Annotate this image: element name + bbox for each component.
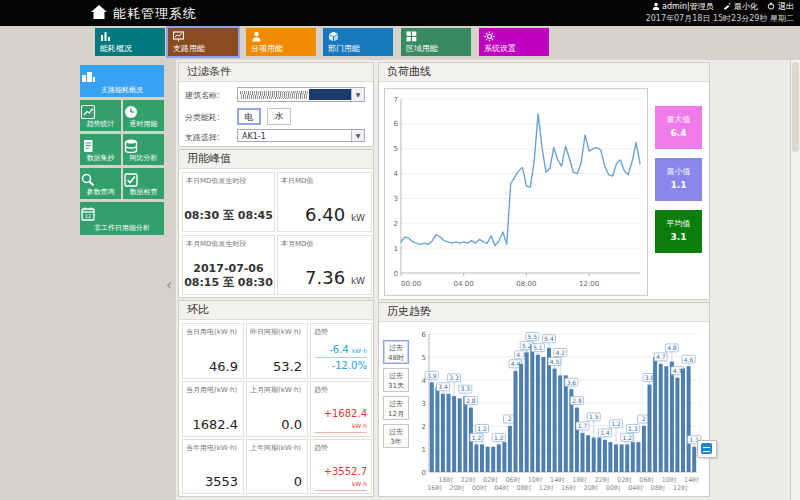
svg-text:3: 3 bbox=[422, 400, 426, 408]
checkbox-icon bbox=[123, 172, 139, 188]
svg-text:3.9: 3.9 bbox=[427, 372, 437, 379]
day-trend-cell: 趋势 -6.4 kW·h -12.0% bbox=[310, 323, 372, 379]
year-trend-cell: 趋势 +3552.7 kW·h bbox=[310, 439, 372, 494]
svg-text:00时: 00时 bbox=[606, 484, 621, 492]
year-trend-delta: +3552.7 kW·h bbox=[315, 466, 367, 491]
nav-tab-energy-overview[interactable]: 能耗概况 bbox=[95, 28, 165, 56]
building-name-select[interactable]: ▼ bbox=[237, 87, 365, 102]
svg-text:3.8: 3.8 bbox=[645, 374, 655, 381]
svg-text:00:00: 00:00 bbox=[401, 280, 421, 288]
presentation-chart-icon bbox=[173, 31, 184, 42]
scrollbar-thumb[interactable] bbox=[792, 62, 799, 152]
chevron-down-icon[interactable]: ▼ bbox=[351, 88, 364, 101]
svg-text:1.2: 1.2 bbox=[622, 434, 632, 441]
datetime-display: 2017年07月18日 15时23分29秒 星期二 bbox=[645, 13, 795, 24]
period-48h-button[interactable]: 过去48时 bbox=[383, 340, 409, 364]
svg-text:1.3: 1.3 bbox=[628, 425, 638, 432]
filter-panel: 过滤条件 建筑名称: ▼ 分类能耗: 电 水 支路选择: AK1-1 ▼ bbox=[178, 62, 374, 147]
today-md-period-cell: 本日MD值发生时段 08:30 至 08:45 bbox=[182, 172, 275, 232]
svg-text:5.1: 5.1 bbox=[533, 344, 543, 351]
svg-text:0: 0 bbox=[394, 270, 398, 278]
clock-icon bbox=[123, 104, 139, 120]
nav-tab-branch-energy[interactable]: 支路用能 bbox=[168, 28, 238, 56]
person-icon bbox=[251, 31, 262, 42]
svg-text:4: 4 bbox=[394, 170, 399, 178]
svg-text:2: 2 bbox=[642, 415, 646, 422]
trend-chart-icon bbox=[80, 104, 96, 120]
energy-management-screen: 能耗管理系统 admin|管理员 最小化 退出 2017年07月18日 15时2… bbox=[0, 0, 800, 500]
svg-text:1.2: 1.2 bbox=[472, 434, 482, 441]
nav-tab-system-settings[interactable]: 系统设置 bbox=[479, 28, 549, 56]
chart-tool-bubble[interactable] bbox=[697, 440, 717, 458]
sidebar-item-parameter-query[interactable]: 参数查询 bbox=[80, 168, 121, 199]
svg-text:0: 0 bbox=[422, 469, 426, 477]
load-curve-title: 负荷曲线 bbox=[379, 63, 709, 82]
svg-text:2: 2 bbox=[422, 423, 426, 431]
svg-text:3.6: 3.6 bbox=[567, 379, 577, 386]
day-trend-percent: -12.0% bbox=[315, 360, 367, 371]
box-icon bbox=[328, 31, 339, 42]
load-curve-svg: 0123456700:0004:0008:0012:00 bbox=[385, 89, 645, 293]
month-md-period: 2017-07-0608:15 至 08:30 bbox=[183, 262, 274, 290]
svg-text:3.4: 3.4 bbox=[438, 383, 448, 390]
period-12m-button[interactable]: 过去12月 bbox=[383, 396, 409, 420]
sidebar-item-data-check[interactable]: 数据检查 bbox=[123, 168, 164, 199]
svg-text:22时: 22时 bbox=[595, 476, 610, 484]
user-menu[interactable]: admin|管理员 bbox=[652, 2, 714, 11]
category-electric-button[interactable]: 电 bbox=[237, 108, 261, 125]
nav-tab-category-energy[interactable]: 分项用能 bbox=[246, 28, 316, 56]
history-trend-title: 历史趋势 bbox=[379, 303, 709, 322]
svg-text:4.1: 4.1 bbox=[673, 367, 683, 374]
svg-text:1.2: 1.2 bbox=[477, 425, 487, 432]
svg-text:3.3: 3.3 bbox=[461, 385, 471, 392]
svg-text:02时: 02时 bbox=[483, 476, 498, 484]
history-bar-chart: 01234563.93.43.33.32.81.21.21.224.44.75.… bbox=[415, 326, 705, 494]
svg-text:5: 5 bbox=[422, 354, 426, 362]
peak-panel-title: 用能峰值 bbox=[179, 150, 373, 169]
sidebar-item-yoy-analysis[interactable]: 同比分析 bbox=[123, 134, 164, 165]
logout-button[interactable]: 退出 bbox=[767, 2, 794, 11]
home-icon bbox=[90, 4, 108, 20]
minimize-button[interactable]: 最小化 bbox=[723, 2, 758, 11]
sidebar-collapse-handle[interactable]: ‹ bbox=[166, 276, 172, 294]
scrollbar[interactable] bbox=[790, 60, 800, 500]
category-water-button[interactable]: 水 bbox=[267, 108, 291, 125]
svg-text:4.6: 4.6 bbox=[684, 356, 694, 363]
svg-text:1.2: 1.2 bbox=[611, 420, 621, 427]
svg-text:12:00: 12:00 bbox=[579, 280, 599, 288]
today-md-period: 08:30 至 08:45 bbox=[183, 208, 274, 223]
svg-text:5.5: 5.5 bbox=[528, 333, 538, 340]
sidebar-item-trend-statistics[interactable]: 趋势统计 bbox=[80, 100, 121, 131]
history-trend-panel: 历史趋势 过去48时 过去31天 过去12月 过去3年 01234563.93.… bbox=[378, 302, 710, 497]
svg-text:5: 5 bbox=[394, 145, 398, 153]
sidebar-item-data-collection[interactable]: 数据集抄 bbox=[80, 134, 121, 165]
sidebar-item-hourly-energy[interactable]: 逐时用能 bbox=[123, 100, 164, 131]
year-usage-cell: 当年用电(kW·h) 3553 bbox=[182, 439, 244, 494]
refresh-icon bbox=[701, 443, 712, 454]
building-name-label: 建筑名称: bbox=[185, 90, 220, 101]
building-select-highlight bbox=[309, 89, 352, 100]
svg-text:1: 1 bbox=[422, 446, 426, 454]
month-usage-cell: 当月用电(kW·h) 1682.4 bbox=[182, 381, 244, 437]
nav-tab-area-energy[interactable]: 区域用能 bbox=[401, 28, 471, 56]
svg-text:4.4: 4.4 bbox=[511, 360, 521, 367]
calendar-icon: 12 bbox=[80, 206, 96, 222]
sidebar-item-branch-overview[interactable]: 支路能耗概况 bbox=[80, 65, 164, 97]
branch-select[interactable]: AK1-1 ▼ bbox=[237, 129, 365, 142]
month-trend-cell: 趋势 +1682.4 kW·h bbox=[310, 381, 372, 437]
user-icon bbox=[652, 2, 660, 10]
period-3y-button[interactable]: 过去3年 bbox=[383, 424, 409, 448]
svg-text:2.8: 2.8 bbox=[466, 397, 476, 404]
peak-panel: 用能峰值 本日MD值发生时段 08:30 至 08:45 本日MD值 6.40 … bbox=[178, 149, 374, 298]
svg-text:5.2: 5.2 bbox=[522, 342, 532, 349]
svg-text:5.4: 5.4 bbox=[544, 335, 554, 342]
svg-text:12时: 12时 bbox=[539, 484, 554, 492]
nav-tab-department-energy[interactable]: 部门用能 bbox=[323, 28, 393, 56]
sidebar-item-nonworkday-analysis[interactable]: 12 非工作日用能分析 bbox=[80, 202, 164, 235]
svg-text:20时: 20时 bbox=[450, 484, 465, 492]
svg-text:3.3: 3.3 bbox=[449, 374, 459, 381]
chevron-down-icon[interactable]: ▼ bbox=[351, 130, 364, 141]
period-31d-button[interactable]: 过去31天 bbox=[383, 368, 409, 392]
svg-text:06时: 06时 bbox=[639, 476, 654, 484]
svg-text:2: 2 bbox=[508, 415, 512, 422]
